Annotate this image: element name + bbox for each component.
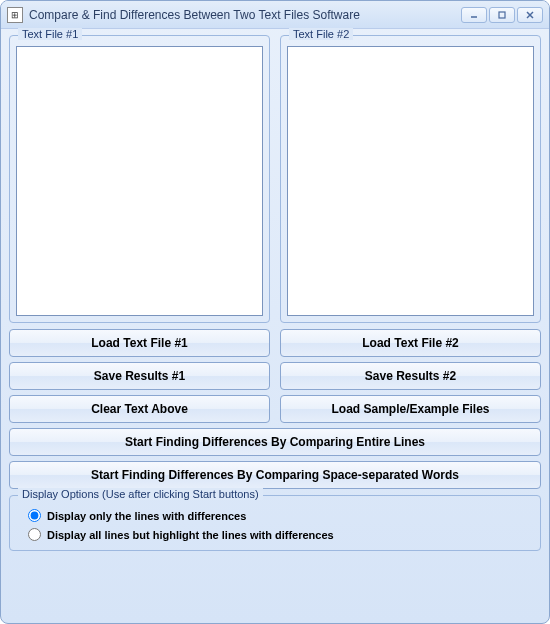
display-options-legend: Display Options (Use after clicking Star…: [18, 488, 263, 500]
titlebar: ⊞ Compare & Find Differences Between Two…: [1, 1, 549, 29]
window-controls: [461, 7, 543, 23]
maximize-button[interactable]: [489, 7, 515, 23]
display-option-2-radio[interactable]: [28, 528, 41, 541]
app-icon: ⊞: [7, 7, 23, 23]
clear-text-button[interactable]: Clear Text Above: [9, 395, 270, 423]
file-panels-row: Text File #1 Text File #2: [9, 35, 541, 323]
content-area: Text File #1 Text File #2 Load Text File…: [1, 29, 549, 623]
file1-group: Text File #1: [9, 35, 270, 323]
save-results2-button[interactable]: Save Results #2: [280, 362, 541, 390]
display-option-1-radio[interactable]: [28, 509, 41, 522]
save-results1-button[interactable]: Save Results #1: [9, 362, 270, 390]
app-window: ⊞ Compare & Find Differences Between Two…: [0, 0, 550, 624]
file2-group: Text File #2: [280, 35, 541, 323]
start-lines-button[interactable]: Start Finding Differences By Comparing E…: [9, 428, 541, 456]
close-button[interactable]: [517, 7, 543, 23]
minimize-button[interactable]: [461, 7, 487, 23]
svg-rect-1: [499, 12, 505, 18]
file1-legend: Text File #1: [18, 28, 82, 40]
display-options-group: Display Options (Use after clicking Star…: [9, 495, 541, 551]
load-file1-button[interactable]: Load Text File #1: [9, 329, 270, 357]
file1-textarea[interactable]: [16, 46, 263, 316]
display-option-2-row[interactable]: Display all lines but highlight the line…: [16, 525, 534, 544]
load-sample-button[interactable]: Load Sample/Example Files: [280, 395, 541, 423]
display-option-1-row[interactable]: Display only the lines with differences: [16, 506, 534, 525]
display-option-2-label: Display all lines but highlight the line…: [47, 529, 334, 541]
button-grid: Load Text File #1 Load Text File #2 Save…: [9, 329, 541, 489]
file2-legend: Text File #2: [289, 28, 353, 40]
window-title: Compare & Find Differences Between Two T…: [29, 8, 461, 22]
file2-textarea[interactable]: [287, 46, 534, 316]
start-words-button[interactable]: Start Finding Differences By Comparing S…: [9, 461, 541, 489]
load-file2-button[interactable]: Load Text File #2: [280, 329, 541, 357]
display-option-1-label: Display only the lines with differences: [47, 510, 246, 522]
